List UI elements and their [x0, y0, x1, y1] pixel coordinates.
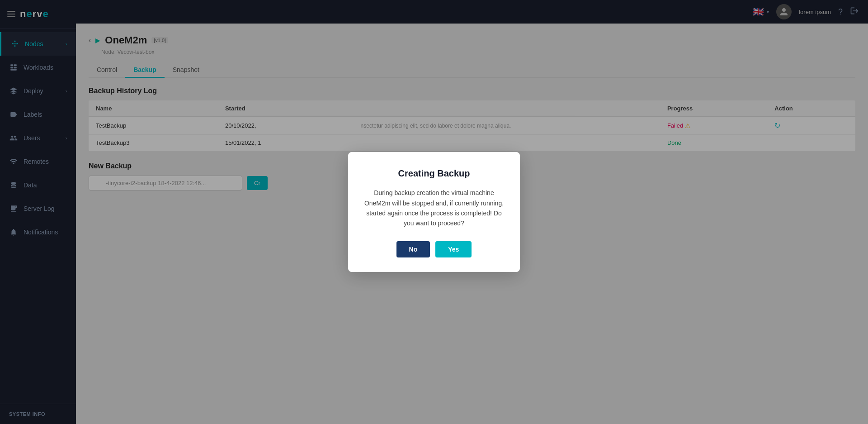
modal-yes-button[interactable]: Yes: [435, 241, 472, 257]
modal-title: Creating Backup: [363, 168, 505, 179]
modal-no-button[interactable]: No: [396, 241, 430, 257]
modal-body: During backup creation the virtual machi…: [363, 188, 505, 229]
modal-actions: No Yes: [363, 241, 505, 257]
creating-backup-modal: Creating Backup During backup creation t…: [348, 152, 520, 272]
modal-overlay: Creating Backup During backup creation t…: [0, 0, 868, 424]
